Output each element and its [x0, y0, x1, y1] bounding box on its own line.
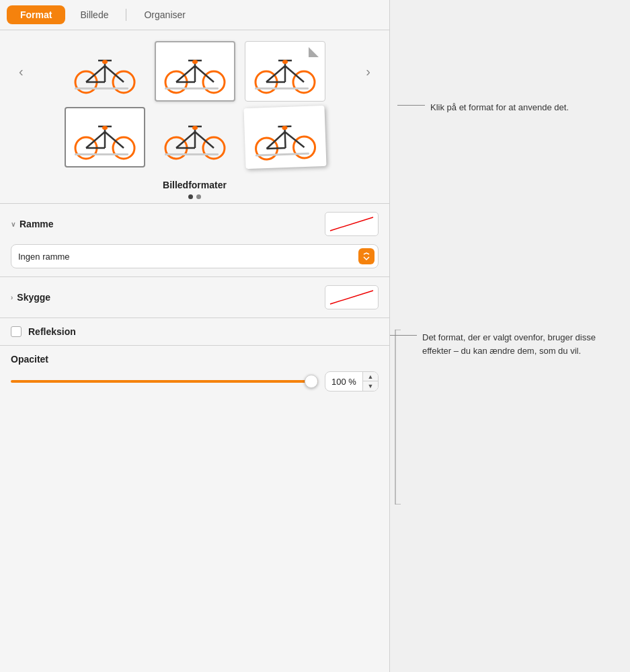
image-style-3[interactable]: [245, 41, 325, 102]
bracket-svg: [390, 330, 401, 505]
svg-line-43: [176, 132, 195, 148]
annotation-top-text: Klik på et format for at anvende det.: [430, 102, 569, 112]
section-title-wrap: Billedformater: [13, 173, 376, 203]
svg-rect-60: [255, 153, 309, 157]
tab-separator: [126, 9, 126, 21]
svg-point-39: [102, 126, 108, 130]
opacity-stepper: ▲ ▼: [362, 372, 378, 391]
carousel-prev-button[interactable]: ‹: [13, 61, 29, 82]
image-style-4[interactable]: [65, 107, 145, 167]
frame-line-preview: [325, 212, 379, 236]
shadow-chevron-icon: ›: [11, 294, 13, 301]
image-style-5[interactable]: [155, 107, 235, 167]
carousel-row-top: ‹: [13, 41, 376, 102]
reflection-checkbox[interactable]: [11, 326, 22, 337]
svg-rect-19: [165, 87, 219, 89]
image-style-6[interactable]: [243, 106, 326, 169]
image-thumbnails-top: [29, 41, 361, 102]
format-panel: Format Billede Organiser ‹: [0, 0, 390, 672]
annotation-mid-text: Det format, der er valgt ovenfor, bruger…: [422, 332, 596, 356]
opacity-stepper-down[interactable]: ▼: [363, 381, 378, 391]
image-style-1[interactable]: [65, 41, 145, 102]
tab-organiser[interactable]: Organiser: [130, 5, 198, 24]
opacity-label: Opacitet: [11, 354, 379, 365]
opacity-slider-row: 100 % ▲ ▼: [11, 371, 379, 391]
opacity-slider[interactable]: [11, 380, 318, 383]
annotation-top-line: [390, 100, 398, 106]
annotation-mid-container: Det format, der er valgt ovenfor, bruger…: [390, 330, 630, 359]
shadow-label-text: Skygge: [17, 292, 50, 303]
frame-dropdown-wrap: Ingen ramme Med ramme: [11, 244, 379, 268]
svg-point-28: [282, 60, 288, 64]
svg-line-23: [285, 66, 304, 82]
opacity-value-wrap: 100 % ▲ ▼: [325, 371, 379, 391]
svg-line-44: [195, 132, 214, 148]
frame-line-svg: [327, 215, 376, 233]
svg-line-22: [266, 66, 285, 82]
svg-line-3: [105, 66, 124, 82]
svg-line-55: [284, 132, 285, 148]
image-styles-section: ‹: [0, 30, 389, 203]
svg-line-56: [266, 148, 285, 149]
frame-chevron-icon: ∨: [11, 221, 15, 228]
carousel-next-button[interactable]: ›: [360, 61, 376, 82]
tab-format[interactable]: Format: [7, 5, 65, 24]
section-title: Billedformater: [163, 180, 227, 190]
reflection-label: Refleksion: [28, 326, 76, 337]
svg-line-12: [176, 66, 195, 82]
bike-icon-1: [71, 47, 139, 96]
dot-1[interactable]: [188, 194, 193, 199]
reflection-row: Refleksion: [0, 318, 389, 345]
frame-dropdown-row: Ingen ramme Med ramme: [0, 244, 389, 276]
svg-line-33: [86, 132, 105, 148]
svg-line-53: [266, 132, 285, 149]
annotation-top-container: Klik på et format for at anvende det.: [390, 100, 630, 116]
dot-2[interactable]: [196, 194, 201, 199]
shadow-line-svg: [327, 288, 376, 307]
svg-line-61: [330, 217, 373, 231]
svg-rect-9: [75, 87, 128, 89]
svg-line-13: [195, 66, 214, 82]
svg-line-2: [86, 66, 105, 82]
bike-icon-2: [161, 47, 229, 96]
frame-section-row: ∨ Ramme: [0, 204, 389, 244]
frame-label-text: Ramme: [19, 219, 54, 229]
svg-rect-40: [75, 153, 128, 155]
opacity-value-text: 100 %: [325, 374, 362, 389]
bike-icon-3: [251, 47, 319, 96]
svg-line-62: [330, 291, 373, 304]
carousel-row-bottom: [13, 107, 376, 167]
svg-rect-50: [165, 153, 219, 155]
opacity-section: Opacitet 100 % ▲ ▼: [0, 346, 389, 400]
bike-icon-4: [71, 113, 139, 161]
svg-point-8: [102, 60, 108, 64]
image-thumbnails-bottom: [43, 107, 346, 167]
svg-point-49: [192, 126, 198, 130]
opacity-stepper-up[interactable]: ▲: [363, 372, 378, 381]
frame-label: ∨ Ramme: [11, 219, 54, 229]
svg-rect-29: [255, 87, 309, 89]
svg-point-18: [192, 60, 198, 64]
bike-icon-5: [161, 113, 229, 161]
frame-dropdown-select[interactable]: Ingen ramme Med ramme: [11, 244, 379, 268]
bike-icon-6: [250, 112, 319, 162]
shadow-section-row: › Skygge: [0, 277, 389, 318]
svg-marker-30: [309, 47, 319, 57]
shadow-line-preview: [325, 285, 379, 309]
tab-bar: Format Billede Organiser: [0, 0, 389, 30]
annotation-mid-text-wrap: Det format, der er valgt ovenfor, bruger…: [417, 330, 630, 359]
svg-line-34: [105, 132, 124, 148]
annotation-top-text-wrap: Klik på et format for at anvende det.: [425, 100, 574, 116]
dot-indicators: [188, 194, 201, 199]
annotation-h-line-top: [398, 105, 425, 106]
image-style-2[interactable]: [155, 41, 235, 102]
tab-billede[interactable]: Billede: [67, 5, 122, 24]
shadow-label: › Skygge: [11, 292, 50, 303]
